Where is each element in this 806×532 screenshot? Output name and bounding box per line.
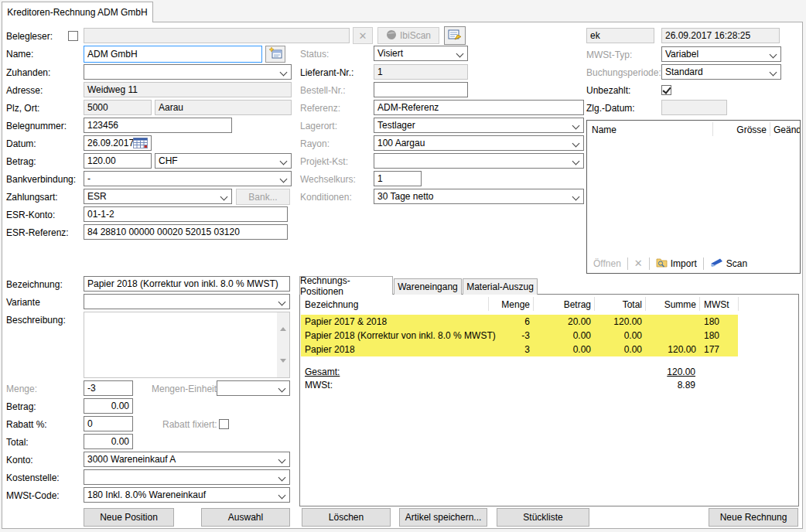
positions-grid-header: Bezeichnung Menge Betrag Total Summe MWS… (300, 295, 798, 313)
stueckliste-button[interactable]: Stückliste (497, 508, 589, 527)
projekt-kst-select[interactable] (374, 153, 584, 169)
col-mwst[interactable]: MWSt (704, 298, 735, 312)
zlg-datum-label: Zlg.-Datum: (586, 101, 635, 116)
konditionen-value: 30 Tage netto (377, 191, 434, 202)
pos-betrag-input[interactable]: 0.00 (84, 398, 133, 414)
lieferant-nr-label: Lieferant-Nr.: (300, 65, 353, 80)
attachments-col-name[interactable]: Name (592, 123, 708, 137)
bankverbindung-select[interactable]: - (84, 171, 292, 186)
clear-doc-button[interactable]: ✕ (353, 27, 373, 44)
timestamp-field: 26.09.2017 16:28:25 (661, 28, 780, 43)
status-label: Status: (300, 46, 329, 62)
col-summe[interactable]: Summe (650, 298, 696, 312)
buchungsperiode-select[interactable]: Standard (661, 64, 781, 80)
table-row[interactable]: Papier 2017 & 2018 6 20.00 120.00 180 (301, 315, 738, 329)
mwst-typ-select[interactable]: Variabel (661, 46, 781, 62)
table-row[interactable]: Papier 2018 3 0.00 0.00 120.00 177 (301, 343, 738, 356)
scan-settings-button[interactable] (444, 26, 466, 45)
betrag-input[interactable]: 120.00 (84, 153, 152, 169)
auswahl-button[interactable]: Auswahl (201, 508, 290, 527)
esr-referenz-input[interactable]: 84 28810 00000 00020 52015 03120 (84, 224, 288, 240)
chevron-down-icon (770, 69, 777, 77)
total-input[interactable]: 0.00 (84, 434, 133, 449)
scrollbar[interactable] (277, 312, 289, 377)
rayon-select[interactable]: 100 Aargau (374, 135, 584, 151)
belegnummer-input[interactable]: 123456 (84, 118, 232, 133)
col-betrag[interactable]: Betrag (538, 298, 591, 312)
zuhanden-select[interactable] (84, 64, 292, 80)
column-divider (645, 297, 646, 311)
import-button[interactable]: Import (656, 257, 697, 270)
col-menge[interactable]: Menge (491, 298, 530, 312)
esr-konto-input[interactable]: 01-1-2 (84, 206, 288, 222)
wechselkurs-input[interactable]: 1 (374, 171, 422, 186)
scan-button[interactable]: Scan (710, 257, 747, 269)
lagerort-select[interactable]: Testlager (374, 118, 584, 133)
tab-wareneingang[interactable]: Wareneingang (394, 278, 462, 295)
row-betrag: 20.00 (538, 315, 591, 329)
attachments-col-groesse[interactable]: Grösse (715, 123, 767, 137)
currency-select[interactable]: CHF (155, 153, 292, 169)
bestell-nr-input[interactable] (374, 82, 468, 97)
plz-field: 5000 (84, 100, 152, 115)
name-input[interactable]: ADM GmbH (84, 46, 262, 63)
bezeichnung-label: Bezeichnung: (6, 277, 63, 292)
beschreibung-textarea[interactable] (84, 312, 290, 378)
rabatt-fixiert-checkbox[interactable] (219, 419, 229, 429)
main-tab[interactable]: Kreditoren-Rechnung ADM GmbH (2, 2, 153, 22)
chevron-down-icon (280, 69, 288, 77)
kostenstelle-select[interactable] (84, 469, 290, 485)
konto-select[interactable]: 3000 Wareneinkauf A (84, 452, 290, 467)
oeffnen-button[interactable]: Öffnen (593, 258, 621, 269)
scanner-icon (710, 257, 723, 269)
new-supplier-button[interactable] (265, 46, 285, 63)
calendar-icon[interactable] (133, 137, 149, 149)
buchungsperiode-value: Standard (665, 66, 703, 77)
bank-button[interactable]: Bank... (236, 189, 290, 205)
zahlungsart-select[interactable]: ESR (84, 189, 232, 204)
variante-label: Variante (6, 295, 40, 310)
scroll-down-icon[interactable] (280, 363, 286, 373)
row-mwst: 177 (704, 343, 735, 356)
kreditoren-rechnung-window: Kreditoren-Rechnung ADM GmbH Belegleser:… (0, 0, 806, 532)
belegleser-doc-field[interactable] (84, 28, 350, 43)
loeschen-button[interactable]: Löschen (302, 508, 391, 527)
menge-input[interactable]: -3 (84, 380, 133, 396)
kostenstelle-label: Kostenstelle: (6, 470, 60, 486)
row-bezeichnung: Papier 2018 (Korrektur von inkl. 8.0 % M… (305, 329, 510, 343)
col-bezeichnung[interactable]: Bezeichnung (305, 298, 483, 312)
positions-grid: Bezeichnung Menge Betrag Total Summe MWS… (299, 294, 799, 506)
tab-material-auszug[interactable]: Material-Auszug (463, 278, 538, 295)
table-row[interactable]: Papier 2018 (Korrektur von inkl. 8.0 % M… (301, 329, 738, 343)
x-icon: ✕ (359, 30, 367, 42)
neue-position-button[interactable]: Neue Position (84, 508, 174, 527)
referenz-label: Referenz: (300, 101, 340, 116)
attachments-col-geaendert[interactable]: Geändert (774, 123, 800, 137)
bezeichnung-input[interactable]: Papier 2018 (Korrektur von inkl. 8.0 % M… (84, 276, 290, 292)
unbezahlt-checkbox[interactable] (661, 85, 671, 95)
konditionen-label: Konditionen: (300, 189, 352, 205)
tab-rechnungs-positionen[interactable]: Rechnungs-Positionen (299, 276, 393, 295)
mengen-einheit-select[interactable] (217, 380, 290, 396)
col-total[interactable]: Total (599, 298, 642, 312)
artikel-speichern-button[interactable]: Artikel speichern... (399, 508, 487, 527)
mwst-total-label: MWSt: (305, 378, 382, 392)
referenz-input[interactable]: ADM-Referenz (374, 100, 584, 115)
chevron-down-icon (572, 140, 580, 148)
chevron-down-icon (572, 193, 580, 201)
konditionen-select[interactable]: 30 Tage netto (374, 189, 584, 204)
variante-select[interactable] (84, 294, 290, 309)
rabatt-input[interactable]: 0 (84, 416, 133, 431)
attachments-list[interactable] (587, 138, 800, 254)
ibiscan-button[interactable]: IbiScan (377, 27, 439, 44)
zahlungsart-value: ESR (87, 191, 107, 202)
status-select[interactable]: Visiert (374, 46, 468, 61)
konto-label: Konto: (6, 452, 33, 468)
belegleser-checkbox[interactable] (68, 31, 78, 41)
column-divider (738, 297, 739, 311)
neue-rechnung-button[interactable]: Neue Rechnung (709, 508, 798, 527)
ibiscan-button-label: IbiScan (400, 30, 431, 41)
scroll-up-icon[interactable] (280, 316, 286, 327)
delete-attachment-button[interactable]: ✕ (634, 257, 643, 269)
mwst-code-select[interactable]: 180 Inkl. 8.0% Wareneinkauf (84, 487, 290, 503)
